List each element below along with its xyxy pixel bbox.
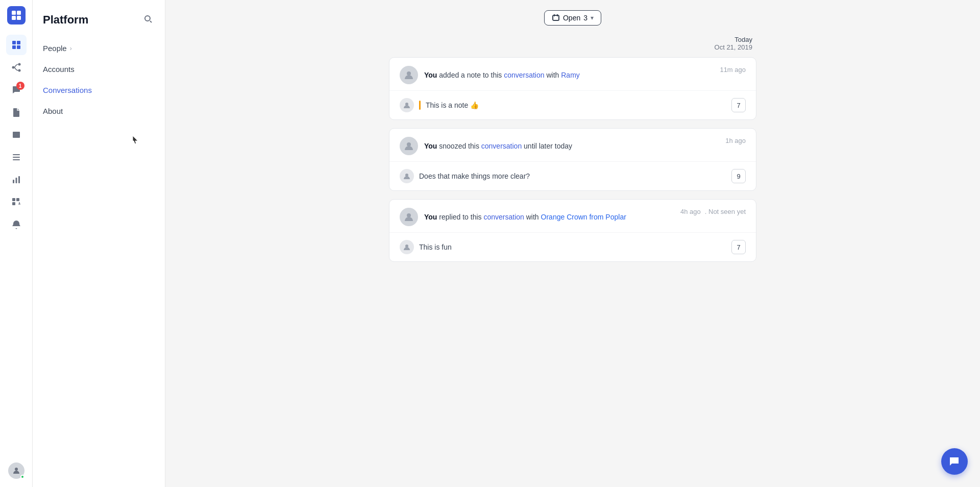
activity-card-3: You replied to this conversation with Or…	[389, 199, 756, 262]
card-1-time: 11m ago	[720, 66, 746, 74]
card-3-conversation-link[interactable]: conversation	[483, 213, 524, 221]
nav-item-people[interactable]: People ›	[33, 38, 165, 59]
svg-rect-22	[19, 202, 20, 204]
card-3-text: You replied to this conversation with Or…	[424, 212, 626, 223]
date-label: Today Oct 21, 2019	[389, 36, 756, 51]
svg-rect-15	[13, 180, 14, 183]
svg-rect-6	[12, 45, 16, 49]
svg-rect-3	[17, 16, 21, 20]
open-count: 3	[583, 14, 587, 22]
svg-rect-11	[15, 136, 18, 137]
sidebar-icon-chat[interactable]: 1	[6, 80, 27, 100]
svg-rect-16	[15, 178, 17, 183]
card-3-you: You	[424, 213, 437, 221]
sidebar-icon-inbox[interactable]	[6, 125, 27, 145]
sidebar-icon-chart[interactable]	[6, 169, 27, 190]
sidebar-icon-routes[interactable]	[6, 57, 27, 78]
svg-point-26	[407, 71, 411, 76]
card-1-with: with	[546, 71, 561, 79]
activity-card-1: You added a note to this conversation wi…	[389, 57, 756, 120]
nav-item-accounts[interactable]: Accounts	[33, 59, 165, 80]
card-2-conversation-link[interactable]: conversation	[481, 142, 522, 150]
sidebar-icon-apps[interactable]	[6, 192, 27, 212]
card-3-small-avatar	[400, 240, 414, 254]
card-1-header: You added a note to this conversation wi…	[389, 58, 756, 90]
card-3-not-seen: . Not seen yet	[705, 208, 746, 215]
card-1-avatar	[400, 66, 418, 84]
app-logo[interactable]	[7, 6, 26, 25]
card-3-org-link[interactable]: Orange Crown from Poplar	[541, 213, 626, 221]
online-indicator	[20, 475, 24, 479]
card-2-time: 1h ago	[725, 137, 746, 144]
svg-rect-17	[18, 176, 20, 183]
card-3-body: This is fun 7	[389, 232, 756, 261]
card-2-you: You	[424, 142, 437, 150]
card-1-ramy-link[interactable]: Ramy	[561, 71, 580, 79]
svg-rect-25	[553, 15, 559, 20]
chat-widget-button[interactable]	[941, 448, 968, 475]
nav-item-people-label: People	[43, 44, 67, 53]
svg-point-28	[407, 142, 411, 147]
nav-item-conversations[interactable]: Conversations	[33, 80, 165, 101]
card-3-body-left: This is fun	[400, 240, 452, 254]
nav-sidebar-header: Platform	[33, 8, 165, 38]
open-dropdown-icon: ▾	[591, 14, 594, 21]
card-1-you: You	[424, 71, 437, 79]
activity-card-2: You snoozed this conversation until late…	[389, 128, 756, 191]
open-label: Open	[563, 14, 580, 22]
card-3-badge: 7	[731, 240, 746, 254]
svg-point-8	[12, 66, 14, 69]
nav-item-about[interactable]: About	[33, 101, 165, 121]
svg-rect-0	[12, 11, 16, 15]
card-3-header: You replied to this conversation with Or…	[389, 200, 756, 232]
card-2-body: Does that make things more clear? 9	[389, 161, 756, 190]
card-1-conversation-link[interactable]: conversation	[504, 71, 544, 79]
date-sub: Oct 21, 2019	[715, 43, 752, 51]
icon-sidebar: 1	[0, 0, 33, 487]
svg-rect-14	[13, 159, 20, 160]
card-1-small-avatar	[400, 98, 414, 112]
sidebar-icon-docs[interactable]	[6, 102, 27, 123]
svg-rect-19	[16, 198, 19, 201]
card-2-note-text: Does that make things more clear?	[419, 172, 530, 180]
platform-title: Platform	[43, 13, 88, 27]
card-2-avatar	[400, 137, 418, 155]
card-3-avatar	[400, 208, 418, 226]
svg-rect-12	[13, 154, 20, 155]
svg-rect-7	[17, 45, 20, 49]
card-2-header-left: You snoozed this conversation until late…	[400, 137, 572, 155]
nav-sidebar: Platform People › Accounts Conversations…	[33, 0, 165, 487]
search-button[interactable]	[141, 12, 155, 28]
sidebar-icon-avatar[interactable]	[6, 460, 27, 481]
card-1-header-left: You added a note to this conversation wi…	[400, 66, 580, 84]
main-content: Open 3 ▾ Today Oct 21, 2019	[165, 0, 980, 487]
sidebar-icon-grid[interactable]	[6, 35, 27, 55]
card-2-body-left: Does that make things more clear?	[400, 169, 530, 183]
card-1-action: added a note to this	[439, 71, 504, 79]
card-1-body-left: This is a note 👍	[400, 98, 479, 112]
open-filter-button[interactable]: Open 3 ▾	[544, 10, 601, 26]
nav-item-accounts-label: Accounts	[43, 65, 75, 74]
svg-point-10	[18, 69, 20, 72]
svg-point-30	[407, 213, 411, 217]
card-1-text: You added a note to this conversation wi…	[424, 70, 580, 81]
card-2-header: You snoozed this conversation until late…	[389, 129, 756, 161]
card-3-time: 4h ago	[680, 208, 701, 215]
card-1-body: This is a note 👍 7	[389, 90, 756, 119]
svg-point-24	[145, 16, 150, 21]
activity-section: Today Oct 21, 2019 You added a note to t…	[389, 36, 756, 262]
svg-rect-20	[12, 202, 15, 205]
sidebar-icon-bell[interactable]	[6, 214, 27, 235]
note-bar-icon	[419, 101, 421, 110]
nav-item-conversations-label: Conversations	[43, 86, 92, 94]
card-2-text: You snoozed this conversation until late…	[424, 141, 572, 152]
sidebar-icon-list[interactable]	[6, 147, 27, 167]
card-1-note-text: This is a note 👍	[426, 101, 479, 109]
svg-rect-5	[17, 41, 20, 44]
card-2-until: until later today	[524, 142, 572, 150]
card-2-badge: 9	[731, 169, 746, 183]
date-today: Today	[734, 36, 752, 43]
svg-rect-13	[13, 157, 20, 158]
svg-rect-1	[17, 11, 21, 15]
people-chevron-icon: ›	[70, 45, 72, 52]
